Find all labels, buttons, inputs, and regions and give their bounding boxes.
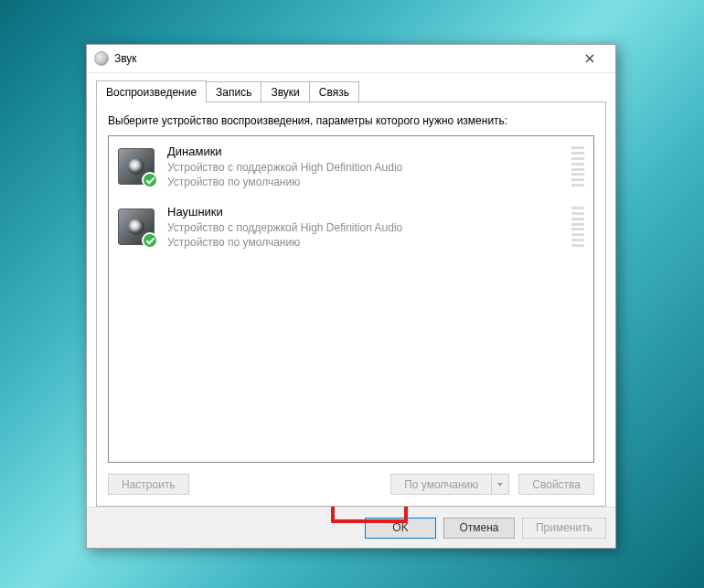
titlebar[interactable]: Звук bbox=[87, 45, 615, 73]
set-default-dropdown[interactable] bbox=[491, 474, 509, 495]
device-name: Наушники bbox=[167, 204, 559, 220]
device-text: Наушники Устройство с поддержкой High De… bbox=[167, 204, 559, 250]
sound-icon bbox=[94, 51, 109, 66]
device-item-speakers[interactable]: Динамики Устройство с поддержкой High De… bbox=[109, 136, 593, 197]
speaker-icon bbox=[118, 148, 155, 185]
default-check-icon bbox=[142, 232, 158, 249]
tab-sounds[interactable]: Звуки bbox=[261, 81, 309, 102]
window-title: Звук bbox=[114, 52, 571, 65]
tab-recording[interactable]: Запись bbox=[206, 81, 261, 102]
device-status: Устройство по умолчанию bbox=[167, 175, 559, 189]
dialog-footer: OK Отмена Применить bbox=[87, 507, 615, 548]
device-name: Динамики bbox=[167, 144, 559, 160]
tab-panel-playback: Выберите устройство воспроизведения, пар… bbox=[96, 102, 606, 507]
tab-strip: Воспроизведение Запись Звуки Связь bbox=[96, 80, 606, 102]
default-check-icon bbox=[142, 172, 158, 188]
level-meter bbox=[571, 207, 584, 247]
level-meter bbox=[571, 146, 584, 187]
device-status: Устройство по умолчанию bbox=[167, 235, 559, 250]
close-button[interactable] bbox=[571, 46, 608, 71]
dialog-body: Воспроизведение Запись Звуки Связь Выбер… bbox=[87, 73, 615, 507]
properties-button[interactable]: Свойства bbox=[518, 474, 594, 495]
close-icon bbox=[585, 54, 594, 63]
device-driver: Устройство с поддержкой High Definition … bbox=[167, 220, 559, 235]
set-default-button[interactable]: По умолчанию bbox=[390, 474, 491, 495]
chevron-down-icon bbox=[496, 481, 504, 488]
apply-button[interactable]: Применить bbox=[522, 518, 606, 539]
device-text: Динамики Устройство с поддержкой High De… bbox=[167, 144, 559, 189]
cancel-button[interactable]: Отмена bbox=[443, 518, 515, 539]
ok-button[interactable]: OK bbox=[365, 518, 436, 539]
device-list[interactable]: Динамики Устройство с поддержкой High De… bbox=[108, 135, 594, 463]
panel-button-row: Настроить По умолчанию Свойства bbox=[108, 474, 594, 495]
configure-button[interactable]: Настроить bbox=[108, 474, 189, 495]
tab-playback[interactable]: Воспроизведение bbox=[96, 80, 207, 103]
device-item-headphones[interactable]: Наушники Устройство с поддержкой High De… bbox=[109, 197, 593, 257]
sound-dialog: Звук Воспроизведение Запись Звуки Связь … bbox=[86, 44, 616, 549]
set-default-splitbutton[interactable]: По умолчанию bbox=[390, 474, 509, 495]
speaker-icon bbox=[118, 208, 155, 245]
device-driver: Устройство с поддержкой High Definition … bbox=[167, 160, 559, 175]
instruction-text: Выберите устройство воспроизведения, пар… bbox=[108, 113, 594, 128]
tab-comm[interactable]: Связь bbox=[309, 81, 359, 102]
